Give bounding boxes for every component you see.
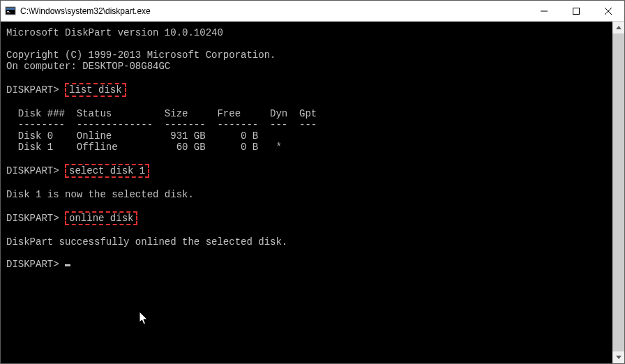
prompt-2: DISKPART> <box>6 165 59 176</box>
prompt-4: DISKPART> <box>6 259 59 270</box>
response-select: Disk 1 is now the selected disk. <box>6 189 194 200</box>
response-online: DiskPart successfully onlined the select… <box>6 236 287 248</box>
mouse-cursor-icon <box>93 301 149 340</box>
diskpart-window: C:\Windows\system32\diskpart.exe Microso… <box>0 0 625 364</box>
copyright-line: Copyright (C) 1999-2013 Microsoft Corpor… <box>6 50 276 61</box>
disk-table-row-1: Disk 1 Offline 60 GB 0 B * <box>6 142 282 153</box>
titlebar[interactable]: C:\Windows\system32\diskpart.exe <box>1 1 624 22</box>
disk-table-header: Disk ### Status Size Free Dyn Gpt <box>6 108 317 119</box>
content-area: Microsoft DiskPart version 10.0.10240 Co… <box>1 22 624 363</box>
vertical-scrollbar[interactable] <box>612 22 624 363</box>
svg-rect-3 <box>7 13 10 13</box>
minimize-button[interactable] <box>528 1 560 21</box>
disk-table-divider: -------- ------------- ------- ------- -… <box>6 119 317 130</box>
prompt-1: DISKPART> <box>6 84 59 96</box>
command-list-disk: list disk <box>65 83 126 97</box>
terminal-cursor <box>65 264 70 266</box>
maximize-button[interactable] <box>560 1 592 21</box>
close-button[interactable] <box>592 1 624 21</box>
window-controls <box>528 1 624 21</box>
app-icon <box>5 6 16 17</box>
svg-rect-1 <box>6 8 15 10</box>
command-online-disk: online disk <box>65 211 137 225</box>
diskpart-version: Microsoft DiskPart version 10.0.10240 <box>6 27 223 38</box>
computer-line: On computer: DESKTOP-08G84GC <box>6 61 170 72</box>
scroll-thumb[interactable] <box>612 33 624 351</box>
svg-rect-5 <box>573 8 580 14</box>
scroll-down-button[interactable] <box>612 351 624 363</box>
disk-table-row-0: Disk 0 Online 931 GB 0 B <box>6 130 258 142</box>
scroll-track[interactable] <box>612 33 624 351</box>
prompt-3: DISKPART> <box>6 213 59 224</box>
svg-rect-2 <box>7 11 9 12</box>
scroll-up-button[interactable] <box>612 22 624 33</box>
window-title: C:\Windows\system32\diskpart.exe <box>20 6 528 16</box>
terminal-output[interactable]: Microsoft DiskPart version 10.0.10240 Co… <box>1 22 612 363</box>
command-select-disk-1: select disk 1 <box>65 164 149 178</box>
